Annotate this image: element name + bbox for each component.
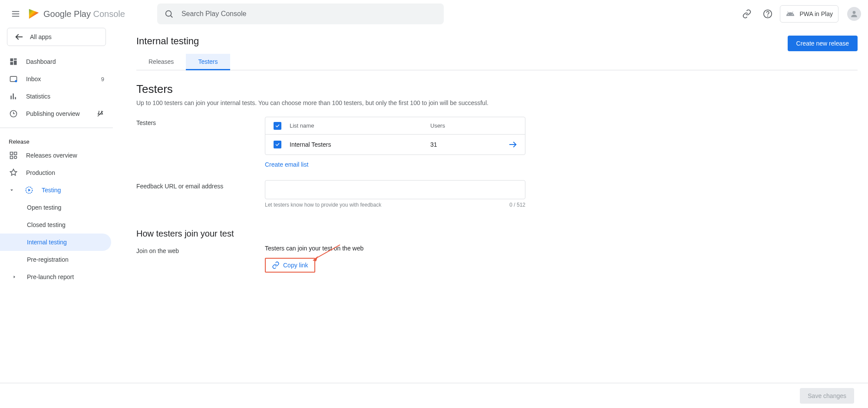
sidebar-item-label: Open testing <box>27 204 104 211</box>
svg-rect-12 <box>10 62 13 65</box>
svg-rect-20 <box>10 152 13 155</box>
feedback-counter: 0 / 512 <box>509 202 525 208</box>
feedback-input[interactable] <box>265 180 525 199</box>
copy-link-button[interactable]: Copy link <box>265 258 315 273</box>
svg-marker-27 <box>14 276 16 278</box>
row-users: 31 <box>430 141 501 148</box>
search-icon <box>164 9 174 19</box>
sidebar-item-label: Closed testing <box>27 221 104 228</box>
sidebar-item-releases-overview[interactable]: Releases overview <box>0 147 113 164</box>
sidebar-item-label: Dashboard <box>26 58 104 65</box>
svg-rect-9 <box>10 59 13 62</box>
chevron-down-icon <box>9 188 15 193</box>
svg-rect-17 <box>15 97 16 99</box>
brand-text: Google Play Console <box>43 9 125 19</box>
statistics-icon <box>9 92 18 101</box>
sidebar-item-statistics[interactable]: Statistics <box>0 88 113 105</box>
row-list-name: Internal Testers <box>290 141 430 148</box>
tabs: Releases Testers <box>136 54 858 70</box>
col-list-name: List name <box>290 122 430 129</box>
sidebar-item-label: Pre-launch report <box>27 273 104 280</box>
tab-releases[interactable]: Releases <box>136 54 186 70</box>
publishing-status-icon <box>96 110 104 118</box>
avatar[interactable] <box>847 7 861 21</box>
table-row: Internal Testers 31 <box>265 135 525 155</box>
feedback-helper: Let testers know how to provide you with… <box>265 202 381 208</box>
section-title: Testers <box>136 82 858 96</box>
search-input[interactable] <box>181 10 437 18</box>
sidebar-item-label: Testing <box>42 187 104 194</box>
testers-table: List name Users Internal Testers 3 <box>265 117 525 155</box>
svg-marker-24 <box>10 190 13 191</box>
col-users: Users <box>430 122 501 129</box>
menu-icon[interactable] <box>7 5 24 23</box>
sidebar-item-internal-testing[interactable]: Internal testing <box>0 234 111 251</box>
svg-rect-21 <box>14 152 17 155</box>
sidebar-item-label: Statistics <box>26 93 104 100</box>
testers-field-label: Testers <box>136 117 265 126</box>
dashboard-icon <box>9 57 18 66</box>
join-web-label: Join on the web <box>136 245 265 254</box>
content: Internal testing Create new release Rele… <box>113 28 868 275</box>
sidebar-item-label: Production <box>26 169 104 176</box>
svg-rect-16 <box>13 93 14 99</box>
copy-link-label: Copy link <box>283 262 308 269</box>
link-icon <box>272 261 280 269</box>
search-bar[interactable] <box>157 3 444 24</box>
svg-rect-10 <box>14 59 17 60</box>
topbar: Google Play Console PWA in Play <box>0 0 868 28</box>
all-apps-label: All apps <box>30 33 52 40</box>
releases-overview-icon <box>9 151 18 160</box>
select-all-checkbox[interactable] <box>274 122 281 130</box>
sidebar-item-label: Publishing overview <box>26 110 89 117</box>
sidebar-item-production[interactable]: Production <box>0 164 113 181</box>
sidebar-item-pre-launch-report[interactable]: Pre-launch report <box>0 268 113 286</box>
android-icon <box>785 9 795 19</box>
all-apps-button[interactable]: All apps <box>7 28 106 46</box>
sidebar-item-badge: 9 <box>101 76 104 82</box>
sidebar-item-closed-testing[interactable]: Closed testing <box>0 216 113 234</box>
sidebar-item-label: Pre-registration <box>27 256 104 263</box>
link-icon[interactable] <box>738 5 756 23</box>
sidebar-item-label: Internal testing <box>27 239 102 246</box>
svg-line-4 <box>171 16 172 17</box>
svg-point-14 <box>15 80 17 82</box>
svg-rect-22 <box>10 156 13 159</box>
sidebar-item-label: Inbox <box>26 76 93 82</box>
svg-rect-15 <box>10 95 12 99</box>
page-title: Internal testing <box>136 36 199 47</box>
tab-testers[interactable]: Testers <box>186 54 230 70</box>
divider <box>0 128 113 128</box>
app-chip[interactable]: PWA in Play <box>780 5 838 23</box>
publishing-icon <box>9 109 18 118</box>
join-web-desc: Testers can join your test on the web <box>265 245 525 252</box>
sidebar-item-pre-registration[interactable]: Pre-registration <box>0 251 113 268</box>
svg-point-23 <box>14 156 17 159</box>
create-email-list-link[interactable]: Create email list <box>265 161 525 168</box>
arrow-left-icon <box>14 32 24 42</box>
testing-icon <box>24 186 34 194</box>
sidebar-item-dashboard[interactable]: Dashboard <box>0 53 113 70</box>
create-new-release-button[interactable]: Create new release <box>788 36 858 51</box>
svg-point-3 <box>166 11 172 16</box>
join-section-title: How testers join your test <box>136 229 858 239</box>
sidebar-item-inbox[interactable]: Inbox 9 <box>0 70 113 88</box>
sidebar-item-publishing-overview[interactable]: Publishing overview <box>0 105 113 122</box>
row-checkbox[interactable] <box>274 141 281 148</box>
sidebar-item-open-testing[interactable]: Open testing <box>0 199 113 216</box>
row-arrow-icon[interactable] <box>508 140 518 149</box>
sidebar-item-label: Releases overview <box>26 152 104 159</box>
feedback-field-label: Feedback URL or email address <box>136 180 265 190</box>
sidebar-item-testing[interactable]: Testing <box>0 181 113 199</box>
brand[interactable]: Google Play Console <box>28 8 125 20</box>
help-icon[interactable] <box>759 5 776 23</box>
svg-marker-26 <box>28 189 30 192</box>
play-console-logo-icon <box>28 8 40 20</box>
production-icon <box>9 168 18 177</box>
inbox-icon <box>9 75 18 83</box>
svg-point-7 <box>853 11 856 14</box>
chevron-right-icon <box>11 274 17 280</box>
app-chip-label: PWA in Play <box>799 10 833 17</box>
sidebar: All apps Dashboard Inbox 9 Statistics Pu… <box>0 28 113 286</box>
svg-rect-11 <box>14 61 17 65</box>
